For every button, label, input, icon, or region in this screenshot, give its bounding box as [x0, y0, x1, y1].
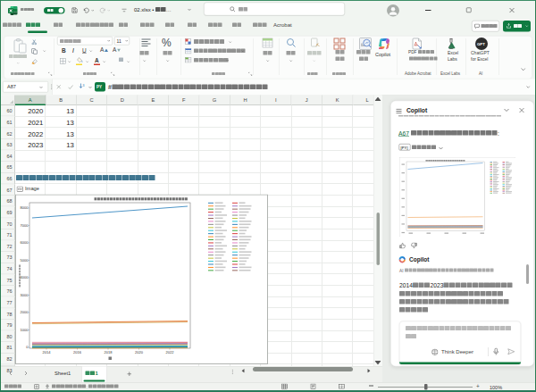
- svg-text:3000: 3000: [21, 293, 29, 297]
- svg-text:4000: 4000: [21, 275, 29, 279]
- svg-text:2022: 2022: [166, 350, 175, 354]
- svg-text:2016: 2016: [73, 350, 82, 354]
- svg-text:2018: 2018: [105, 350, 113, 354]
- svg-text:6000: 6000: [21, 240, 29, 245]
- svg-text:1000: 1000: [21, 328, 29, 332]
- svg-text:2020: 2020: [135, 350, 144, 354]
- svg-text:5000: 5000: [21, 258, 29, 263]
- svg-text:8000: 8000: [21, 205, 29, 210]
- svg-text:2014: 2014: [43, 350, 52, 354]
- svg-text:3: 3: [83, 84, 85, 88]
- svg-text:2000: 2000: [21, 310, 29, 314]
- svg-text:7000: 7000: [21, 223, 29, 228]
